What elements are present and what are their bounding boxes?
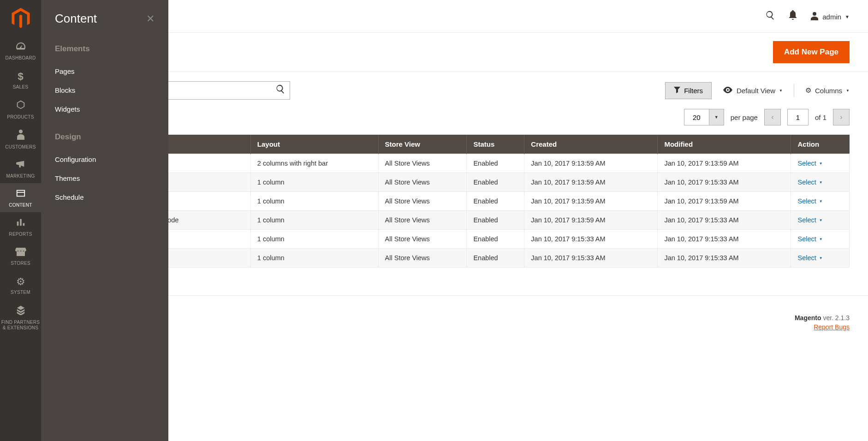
sidebar-item-label: SALES — [13, 84, 29, 89]
add-new-page-button[interactable]: Add New Page — [773, 41, 850, 63]
chevron-down-icon: ▼ — [819, 256, 823, 260]
table-row[interactable]: about-us1 columnAll Store ViewsEnabledJa… — [60, 230, 850, 249]
col-action: Action — [791, 135, 850, 154]
submenu-link-pages[interactable]: Pages — [55, 62, 155, 81]
per-page-label: per page — [731, 113, 758, 121]
magento-logo[interactable] — [0, 0, 41, 36]
search-icon[interactable] — [765, 10, 775, 23]
select-action[interactable]: Select ▼ — [797, 216, 822, 224]
cell-modified: Jan 10, 2017 9:13:59 AM — [658, 154, 791, 173]
next-page-button[interactable]: › — [833, 109, 850, 125]
sidebar-item-customers[interactable]: CUSTOMERS — [0, 124, 41, 154]
cell-store-view: All Store Views — [378, 249, 467, 268]
filters-label: Filters — [684, 87, 703, 95]
submenu-link-blocks[interactable]: Blocks — [55, 81, 155, 100]
default-view-button[interactable]: Default View ▼ — [723, 87, 783, 95]
report-bugs-link[interactable]: Report Bugs — [795, 323, 850, 331]
sidebar-item-find-partners[interactable]: FIND PARTNERS& EXTENSIONS — [0, 299, 41, 335]
chart-icon — [16, 218, 26, 230]
select-action[interactable]: Select ▼ — [797, 197, 822, 205]
dollar-icon — [18, 71, 23, 83]
funnel-icon — [674, 87, 680, 95]
chevron-down-icon: ▼ — [819, 218, 823, 222]
sidebar-item-marketing[interactable]: MARKETING — [0, 154, 41, 183]
cell-status: Enabled — [467, 154, 524, 173]
bell-icon[interactable] — [788, 10, 797, 23]
submenu-link-schedule[interactable]: Schedule — [55, 188, 155, 207]
chevron-down-icon: ▼ — [779, 89, 783, 93]
select-action[interactable]: Select ▼ — [797, 160, 822, 167]
col-layout[interactable]: Layout — [250, 135, 378, 154]
prev-page-button[interactable]: ‹ — [764, 109, 781, 125]
select-action[interactable]: Select ▼ — [797, 254, 822, 262]
sidebar-item-sales[interactable]: SALES — [0, 65, 41, 94]
bullhorn-icon — [16, 160, 26, 172]
table-row[interactable]: home1 columnAll Store ViewsEnabledJan 10… — [60, 173, 850, 192]
page-size-dropdown[interactable]: ▼ — [709, 109, 724, 125]
version-label: Magento ver. 2.1.3 — [795, 314, 850, 322]
sidebar-item-label: DASHBOARD — [5, 55, 36, 60]
sidebar-item-label: SYSTEM — [11, 290, 30, 295]
person-icon — [17, 130, 24, 143]
sidebar-item-reports[interactable]: REPORTS — [0, 212, 41, 241]
sidebar-item-label: MARKETING — [6, 173, 35, 179]
puzzle-icon — [16, 305, 26, 318]
cell-action: Select ▼ — [791, 154, 850, 173]
cell-status: Enabled — [467, 173, 524, 192]
gear-icon — [16, 276, 25, 288]
sidebar-item-dashboard[interactable]: DASHBOARD — [0, 36, 41, 65]
cell-layout: 1 column — [250, 249, 378, 268]
pages-table: URL Key Layout Store View Status Created… — [59, 135, 850, 268]
col-status[interactable]: Status — [467, 135, 524, 154]
chevron-down-icon: ▼ — [819, 180, 823, 185]
columns-button[interactable]: Columns ▼ — [805, 86, 850, 95]
chevron-down-icon: ▼ — [819, 237, 823, 241]
current-page-input[interactable] — [787, 109, 809, 125]
submenu-link-configuration[interactable]: Configuration — [55, 150, 155, 169]
pager-right: ▼ per page ‹ of 1 › — [684, 109, 850, 125]
cell-action: Select ▼ — [791, 249, 850, 268]
content-submenu: Content ✕ Elements Pages Blocks Widgets … — [41, 0, 168, 441]
submenu-link-widgets[interactable]: Widgets — [55, 100, 155, 119]
magento-logo-icon — [12, 8, 30, 29]
admin-user-menu[interactable]: admin ▼ — [810, 12, 850, 22]
cell-layout: 1 column — [250, 230, 378, 249]
table-row[interactable]: privacy-policy-cookie-restriction-mode1 … — [60, 211, 850, 230]
sidebar-item-label: STORES — [11, 261, 30, 266]
col-modified[interactable]: Modified — [658, 135, 791, 154]
select-action[interactable]: Select ▼ — [797, 235, 822, 243]
page-size-input[interactable] — [684, 109, 709, 125]
sidebar-item-label: CONTENT — [9, 203, 32, 208]
select-action[interactable]: Select ▼ — [797, 179, 822, 186]
col-created[interactable]: Created — [524, 135, 658, 154]
cell-store-view: All Store Views — [378, 173, 467, 192]
cell-created: Jan 10, 2017 9:15:33 AM — [524, 249, 658, 268]
search-button[interactable] — [275, 84, 285, 97]
chevron-down-icon: ▼ — [819, 161, 823, 166]
submenu-link-themes[interactable]: Themes — [55, 169, 155, 188]
sidebar-item-content[interactable]: CONTENT — [0, 183, 41, 212]
cell-created: Jan 10, 2017 9:13:59 AM — [524, 192, 658, 211]
col-store-view[interactable]: Store View — [378, 135, 467, 154]
table-row[interactable]: enable-cookies1 columnAll Store ViewsEna… — [60, 192, 850, 211]
cell-modified: Jan 10, 2017 9:15:33 AM — [658, 230, 791, 249]
cell-status: Enabled — [467, 230, 524, 249]
cell-modified: Jan 10, 2017 9:15:33 AM — [658, 173, 791, 192]
table-row[interactable]: customer-service1 columnAll Store ViewsE… — [60, 249, 850, 268]
gear-icon — [805, 86, 811, 95]
sidebar-item-stores[interactable]: STORES — [0, 241, 41, 270]
primary-sidebar: DASHBOARD SALES PRODUCTS CUSTOMERS MARKE… — [0, 0, 41, 441]
submenu-section-title: Elements — [55, 44, 155, 54]
submenu-section-design: Design Configuration Themes Schedule — [41, 123, 168, 211]
table-row[interactable]: no-route2 columns with right barAll Stor… — [60, 154, 850, 173]
submenu-title: Content — [55, 12, 97, 26]
sidebar-item-products[interactable]: PRODUCTS — [0, 94, 41, 124]
sidebar-item-label: PRODUCTS — [7, 114, 34, 119]
close-icon[interactable]: ✕ — [146, 13, 155, 25]
cell-modified: Jan 10, 2017 9:13:59 AM — [658, 192, 791, 211]
sidebar-item-system[interactable]: SYSTEM — [0, 270, 41, 299]
user-icon — [810, 12, 819, 22]
sidebar-item-label: REPORTS — [9, 232, 32, 237]
filters-button[interactable]: Filters — [665, 82, 712, 99]
footer-right: Magento ver. 2.1.3 Report Bugs — [795, 314, 850, 331]
